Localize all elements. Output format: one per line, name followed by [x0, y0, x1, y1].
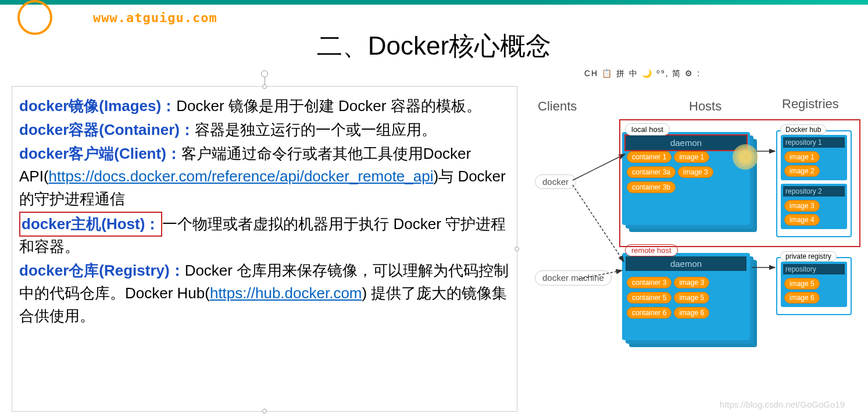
container-6: container 6 — [627, 307, 671, 319]
term-host: docker主机(Host)： — [22, 215, 160, 233]
def-host: docker主机(Host)：一个物理或者虚拟的机器用于执行 Docker 守护… — [19, 212, 510, 258]
resize-handle-bottom[interactable] — [262, 409, 267, 413]
def-images: docker镜像(Images)：Docker 镜像是用于创建 Docker 容… — [19, 95, 510, 117]
client-docker: docker — [535, 174, 576, 189]
rotate-handle-icon[interactable] — [261, 70, 268, 77]
remote-host-box: remote host daemon container 3image 3 co… — [622, 253, 750, 340]
definitions-textbox[interactable]: docker镜像(Images)：Docker 镜像是用于创建 Docker 容… — [12, 86, 517, 412]
r-image-5: image 5 — [674, 292, 709, 304]
page-title: 二、Docker核心概念 — [0, 29, 868, 63]
repository-priv: repository image 5 image 6 — [781, 262, 847, 307]
svg-line-1 — [573, 185, 624, 262]
svg-line-0 — [573, 154, 625, 180]
def-container: docker容器(Container)：容器是独立运行的一个或一组应用。 — [19, 119, 510, 141]
image-1: image 1 — [674, 151, 709, 163]
container-3: container 3 — [627, 277, 671, 288]
container-3a: container 3a — [627, 166, 676, 178]
resize-handle-top[interactable] — [262, 84, 267, 89]
local-host-label: local host — [625, 123, 670, 135]
watermark: https://blog.csdn.net/GoGoGo19 — [720, 399, 845, 409]
highlighted-host-term: docker主机(Host)： — [19, 212, 162, 237]
term-registry: docker仓库(Registry)： — [19, 262, 185, 279]
private-registry-label: private registry — [780, 251, 837, 262]
highlight-circle-icon — [733, 144, 758, 170]
header-clients: Clients — [538, 99, 577, 114]
site-url: www.atguigu.com — [93, 10, 217, 25]
container-1: container 1 — [627, 151, 671, 163]
link-docker-hub[interactable]: https://hub.docker.com — [210, 284, 362, 302]
private-registry-box: private registry repository image 5 imag… — [776, 257, 852, 315]
container-3b: container 3b — [627, 181, 676, 193]
docker-hub-label: Docker hub — [780, 124, 826, 135]
remote-daemon: daemon — [626, 256, 746, 271]
rotate-line — [265, 77, 265, 84]
r-image-3: image 3 — [674, 277, 709, 288]
def-client: docker客户端(Client)：客户端通过命令行或者其他工具使用Docker… — [19, 142, 510, 210]
r-image-6: image 6 — [674, 307, 709, 319]
client-docker-machine: docker machine — [535, 270, 612, 285]
docker-hub-box: Docker hub repository 1 image 1 image 2 … — [776, 130, 852, 237]
header-hosts: Hosts — [689, 99, 721, 114]
header-registries: Registries — [782, 97, 839, 112]
term-images: docker镜像(Images)： — [19, 97, 176, 115]
repository-1: repository 1 image 1 image 2 — [781, 135, 847, 180]
local-daemon: daemon — [624, 134, 748, 151]
ime-toolbar[interactable]: CH 📋 拼 中 🌙 ⁰⁹, 简 ⚙ : — [584, 69, 701, 79]
def-registry: docker仓库(Registry)：Docker 仓库用来保存镜像，可以理解为… — [19, 259, 510, 327]
term-client: docker客户端(Client)： — [19, 145, 181, 162]
resize-handle-right[interactable] — [515, 247, 519, 251]
remote-host-label: remote host — [625, 244, 678, 256]
local-host-box: local host daemon container 1image 1 con… — [622, 132, 750, 225]
container-5: container 5 — [627, 292, 671, 304]
repository-2: repository 2 image 3 image 4 — [781, 184, 847, 229]
term-container: docker容器(Container)： — [19, 121, 195, 138]
image-3: image 3 — [678, 166, 713, 178]
link-docker-api[interactable]: https://docs.docker.com/reference/api/do… — [49, 167, 434, 185]
